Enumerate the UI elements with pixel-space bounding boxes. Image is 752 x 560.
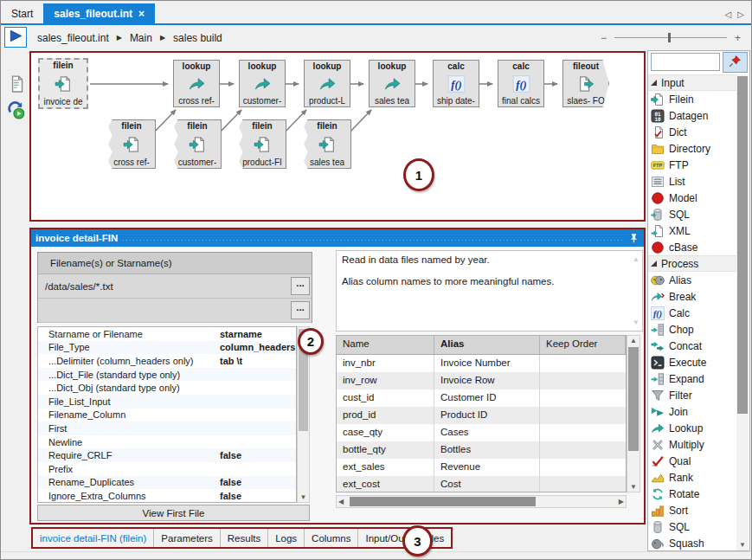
palette-item[interactable]: f() Calc [648, 305, 737, 321]
property-value[interactable]: false [220, 450, 241, 460]
bottom-tab[interactable]: Parameters [154, 529, 220, 547]
flow-node[interactable]: lookup customer- [239, 60, 286, 107]
property-value[interactable]: starname [220, 329, 262, 339]
scrollbar-thumb[interactable] [350, 497, 536, 506]
scroll-down-icon[interactable]: ▼ [298, 493, 309, 501]
table-horizontal-scrollbar[interactable]: ◀ ▶ [336, 495, 627, 508]
property-row[interactable]: Starname or Filename starname [38, 327, 296, 341]
bottom-tab[interactable]: Results [221, 529, 268, 547]
table-row[interactable]: ext_sales Revenue [337, 459, 626, 476]
table-row[interactable]: bottle_qty Bottles [337, 441, 626, 459]
breadcrumb-item[interactable]: Main [130, 32, 152, 44]
palette-item[interactable]: Rotate [648, 486, 737, 502]
scroll-down-icon[interactable]: ▼ [736, 541, 749, 549]
column-header-keep-order[interactable]: Keep Order [540, 336, 626, 354]
breadcrumb-item[interactable]: sales build [173, 32, 222, 44]
palette-item[interactable]: Multiply [648, 436, 737, 453]
palette-item[interactable]: Chop [648, 321, 737, 338]
zoom-slider-handle[interactable] [668, 33, 671, 42]
column-header-alias[interactable]: Alias [434, 336, 540, 354]
refresh-run-button[interactable] [6, 100, 25, 119]
property-row[interactable]: File_List_Input [38, 395, 296, 409]
property-row[interactable]: First [38, 422, 296, 435]
bottom-tab[interactable]: invoice detail-FIN (filein) [33, 529, 154, 547]
flow-node[interactable]: filein sales tea [303, 119, 351, 169]
table-row[interactable]: cust_id Customer ID [337, 389, 626, 407]
palette-item[interactable]: 0110 Datagen [648, 107, 737, 124]
palette-item[interactable]: FTP FTP [648, 157, 737, 173]
palette-item[interactable]: List [648, 173, 737, 190]
palette-section-process[interactable]: Process [648, 255, 737, 272]
palette-item[interactable]: Filein [648, 91, 737, 107]
property-row[interactable]: ...Dict_File (standard type only) [38, 368, 296, 382]
table-row[interactable]: prod_id Product ID [337, 407, 626, 424]
scroll-up-icon[interactable]: ▲ [627, 337, 640, 344]
run-button[interactable] [4, 27, 27, 48]
zoom-in-button[interactable]: + [735, 32, 741, 44]
palette-item[interactable]: Filter [648, 387, 737, 403]
detail-panel-titlebar[interactable]: invoice detail-FIN [31, 229, 644, 247]
column-header-name[interactable]: Name [337, 336, 434, 354]
property-row[interactable]: Filename_Column [38, 409, 296, 422]
property-row[interactable]: ...Dict_Obj (standard type only) [38, 381, 296, 395]
palette-scrollbar[interactable]: ▼ [736, 74, 749, 550]
scroll-down-icon[interactable]: ▼ [633, 319, 640, 326]
bottom-tab[interactable]: Logs [268, 529, 305, 547]
scroll-down-icon[interactable]: ▼ [627, 483, 640, 491]
property-row[interactable]: Rename_Duplicates false [38, 476, 296, 490]
palette-item[interactable]: SQL [648, 206, 737, 222]
palette-item[interactable]: Squash [648, 535, 737, 550]
scroll-up-icon[interactable]: ▲ [633, 255, 640, 263]
scrollbar-thumb[interactable] [628, 347, 639, 451]
property-value[interactable]: column_headers [220, 342, 295, 352]
palette-pin-button[interactable] [723, 52, 748, 73]
palette-item[interactable]: Directory [648, 140, 737, 157]
palette-item[interactable]: cBase [648, 239, 737, 255]
flow-node[interactable]: lookup sales tea [369, 60, 415, 107]
table-row[interactable]: case_qty Cases [337, 424, 626, 441]
palette-item[interactable]: Execute [648, 354, 737, 370]
property-row[interactable]: File_Type column_headers [38, 341, 296, 355]
scroll-left-icon[interactable]: ◀ [338, 498, 344, 505]
property-value[interactable]: false [220, 491, 241, 501]
filename-value[interactable]: /data/sales/*.txt [45, 281, 113, 292]
property-row[interactable]: Newline [38, 435, 296, 449]
palette-item[interactable]: SQL [648, 518, 737, 535]
table-vertical-scrollbar[interactable]: ▲ ▼ [627, 335, 640, 492]
flow-node[interactable]: fileout slaes- FO [562, 60, 609, 107]
tab-start[interactable]: Start [1, 3, 43, 23]
tab-sales-fileout[interactable]: sales_fileout.int× [43, 3, 155, 23]
filename-row[interactable]: ... [38, 299, 312, 323]
flow-node[interactable]: filein product-FI [238, 119, 286, 169]
scrollbar-thumb[interactable] [737, 76, 748, 414]
palette-item[interactable]: Break [648, 288, 737, 305]
flow-canvas[interactable]: filein invoice de lookup cross ref- look… [29, 51, 646, 222]
table-row[interactable]: inv_row Invoice Row [337, 372, 626, 389]
panel-pin-button[interactable] [628, 233, 640, 244]
tab-nav-next-icon[interactable]: ▷ [737, 10, 744, 19]
table-row[interactable]: ext_cost Cost [337, 476, 626, 492]
browse-button[interactable]: ... [291, 301, 310, 319]
property-row[interactable]: Prefix [38, 462, 296, 476]
flow-node[interactable]: calc f() ship date- [433, 60, 479, 107]
tab-nav-prev-icon[interactable]: ◁ [725, 10, 732, 19]
palette-item[interactable]: Qual [648, 453, 737, 469]
property-value[interactable]: tab \t [220, 356, 242, 366]
zoom-slider[interactable] [614, 37, 727, 38]
bottom-tab[interactable]: Columns [305, 529, 358, 547]
palette-item[interactable]: Lookup [648, 420, 737, 436]
breadcrumb-item[interactable]: sales_fileout.int [37, 32, 109, 44]
flow-node[interactable]: lookup cross ref- [173, 60, 220, 107]
palette-item[interactable]: Dict [648, 124, 737, 140]
description-box[interactable]: Read in data files named by year. Alias … [336, 250, 643, 331]
browse-button[interactable]: ... [291, 277, 310, 295]
property-row[interactable]: ...Delimiter (column_headers only) tab \… [38, 354, 296, 368]
zoom-out-button[interactable]: − [601, 32, 607, 44]
property-row[interactable]: Ignore_Extra_Columns false [38, 489, 296, 503]
scroll-right-icon[interactable]: ▶ [619, 498, 624, 505]
palette-search-input[interactable] [651, 53, 720, 71]
flow-node[interactable]: lookup product-L [304, 60, 350, 107]
report-button[interactable] [6, 74, 25, 93]
palette-item[interactable]: Model [648, 190, 737, 206]
property-value[interactable]: false [220, 477, 241, 487]
